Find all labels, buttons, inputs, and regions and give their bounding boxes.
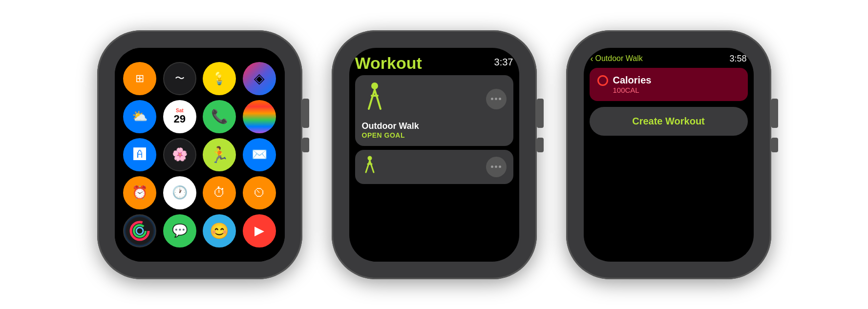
- detail-screen: ‹ Outdoor Walk 3:58 Calories 100CAL Crea…: [584, 48, 754, 262]
- grid-app-icon[interactable]: ⊞: [123, 62, 156, 95]
- activity-ring-app-icon[interactable]: [123, 214, 156, 247]
- mini-dot-2: [495, 165, 497, 168]
- more-options-mini-button[interactable]: [486, 157, 507, 177]
- svg-point-4: [367, 156, 372, 161]
- create-workout-label: Create Workout: [632, 116, 705, 127]
- workout-screen: Workout 3:37: [349, 48, 519, 262]
- calories-card-content: Calories 100CAL: [613, 75, 652, 94]
- activity-app-icon[interactable]: 🏃: [203, 138, 236, 171]
- watch-body-3: ‹ Outdoor Walk 3:58 Calories 100CAL Crea…: [566, 30, 771, 279]
- clock-app-icon[interactable]: 🕐: [163, 176, 196, 209]
- watch-2: Workout 3:37: [332, 30, 537, 279]
- phone-app-icon[interactable]: 📞: [203, 100, 236, 133]
- mail-app-icon[interactable]: ✉️: [243, 138, 276, 171]
- back-button[interactable]: ‹ Outdoor Walk: [591, 54, 643, 64]
- workout-header: Workout 3:37: [355, 55, 513, 71]
- workout-card-outdoor-walk[interactable]: Outdoor Walk OPEN GOAL: [355, 75, 513, 146]
- walk-mini-icon: [362, 156, 378, 178]
- watch-1: ⊞ 〜 💡 ◈ ⛅ Sat 29 📞 🅰 🌸 🏃 ✉: [97, 30, 302, 279]
- back-label: Outdoor Walk: [595, 54, 643, 63]
- calories-card: Calories 100CAL: [590, 68, 748, 101]
- music-app-icon[interactable]: ▶: [243, 214, 276, 247]
- calories-label: Calories: [613, 75, 652, 86]
- watch-crown-1[interactable]: [302, 99, 309, 128]
- watch-button-1[interactable]: [302, 138, 309, 152]
- walk-figure-icon: [362, 82, 387, 116]
- svg-point-3: [371, 82, 378, 89]
- workout-card-mini[interactable]: [355, 150, 513, 184]
- watch-button-2[interactable]: [537, 138, 544, 152]
- detail-time: 3:58: [729, 54, 746, 64]
- mini-dot-3: [499, 165, 501, 168]
- workout-card-top: [362, 82, 507, 116]
- watch-body-2: Workout 3:37: [332, 30, 537, 279]
- workout-time: 3:37: [494, 57, 513, 68]
- workout-title: Workout: [355, 55, 422, 71]
- home-screen: ⊞ 〜 💡 ◈ ⛅ Sat 29 📞 🅰 🌸 🏃 ✉: [115, 48, 285, 262]
- workout-card-info: Outdoor Walk OPEN GOAL: [362, 121, 507, 139]
- wallet-app-icon[interactable]: [243, 100, 276, 133]
- calories-value: 100CAL: [613, 86, 652, 94]
- weather-app-icon[interactable]: ⛅: [123, 100, 156, 133]
- watch-crown-2[interactable]: [537, 99, 544, 128]
- app-grid: ⊞ 〜 💡 ◈ ⛅ Sat 29 📞 🅰 🌸 🏃 ✉: [115, 54, 285, 255]
- watch-screen-2: Workout 3:37: [349, 48, 519, 262]
- calendar-app-icon[interactable]: Sat 29: [163, 100, 196, 133]
- watch-screen-1: ⊞ 〜 💡 ◈ ⛅ Sat 29 📞 🅰 🌸 🏃 ✉: [115, 48, 285, 262]
- dot-1: [491, 98, 493, 100]
- back-chevron-icon: ‹: [591, 54, 593, 64]
- dot-2: [495, 98, 497, 100]
- fitness-app-icon[interactable]: 🌸: [163, 138, 196, 171]
- heartrate-app-icon[interactable]: 〜: [163, 62, 196, 95]
- mini-dot-1: [491, 165, 493, 168]
- memoji-app-icon[interactable]: 😊: [203, 214, 236, 247]
- watch-3: ‹ Outdoor Walk 3:58 Calories 100CAL Crea…: [566, 30, 771, 279]
- watch-screen-3: ‹ Outdoor Walk 3:58 Calories 100CAL Crea…: [584, 48, 754, 262]
- watch-body-1: ⊞ 〜 💡 ◈ ⛅ Sat 29 📞 🅰 🌸 🏃 ✉: [97, 30, 302, 279]
- tips-app-icon[interactable]: 💡: [203, 62, 236, 95]
- appstore-app-icon[interactable]: 🅰: [123, 138, 156, 171]
- more-options-button[interactable]: [486, 89, 507, 109]
- detail-header: ‹ Outdoor Walk 3:58: [584, 48, 754, 68]
- record-indicator-icon: [597, 75, 608, 86]
- timer-app-icon[interactable]: ⏲: [243, 176, 276, 209]
- workout-goal-label: OPEN GOAL: [362, 131, 507, 139]
- reminder-app-icon[interactable]: ⏰: [123, 176, 156, 209]
- stopwatch-app-icon[interactable]: ⏱: [203, 176, 236, 209]
- watch-button-3[interactable]: [771, 138, 778, 152]
- messages-app-icon[interactable]: 💬: [163, 214, 196, 247]
- workout-name-label: Outdoor Walk: [362, 121, 507, 131]
- shortcuts-app-icon[interactable]: ◈: [243, 62, 276, 95]
- svg-point-2: [136, 227, 143, 234]
- dot-3: [499, 98, 501, 100]
- create-workout-button[interactable]: Create Workout: [590, 107, 748, 136]
- watch-crown-3[interactable]: [771, 99, 778, 128]
